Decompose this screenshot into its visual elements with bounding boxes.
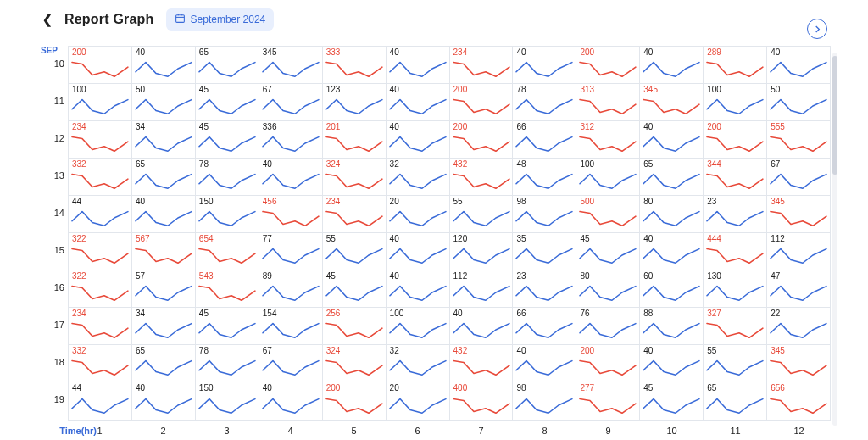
grid-cell[interactable]: 20 — [387, 382, 450, 420]
grid-cell[interactable]: 67 — [259, 84, 323, 120]
grid-cell[interactable]: 65 — [132, 345, 196, 382]
grid-cell[interactable]: 201 — [323, 121, 387, 158]
month-selector[interactable]: September 2024 — [166, 8, 275, 31]
grid-cell[interactable]: 40 — [259, 159, 323, 195]
grid-cell[interactable]: 98 — [513, 196, 576, 232]
grid-cell[interactable]: 40 — [640, 233, 704, 270]
grid-cell[interactable]: 543 — [196, 270, 259, 307]
grid-cell[interactable]: 654 — [196, 233, 259, 270]
grid-cell[interactable]: 324 — [323, 345, 387, 382]
grid-cell[interactable]: 65 — [640, 159, 704, 195]
grid-cell[interactable]: 55 — [704, 345, 767, 382]
grid-cell[interactable]: 78 — [513, 84, 576, 120]
grid-cell[interactable]: 567 — [132, 233, 196, 270]
grid-cell[interactable]: 45 — [196, 308, 259, 344]
grid-cell[interactable]: 45 — [196, 121, 259, 158]
grid-cell[interactable]: 67 — [259, 345, 323, 382]
grid-cell[interactable]: 20 — [387, 196, 450, 232]
grid-cell[interactable]: 154 — [259, 308, 323, 344]
grid-cell[interactable]: 344 — [704, 159, 767, 195]
grid-cell[interactable]: 32 — [387, 345, 450, 382]
grid-cell[interactable]: 60 — [640, 270, 704, 307]
grid-cell[interactable]: 55 — [323, 233, 387, 270]
grid-cell[interactable]: 432 — [450, 159, 514, 195]
grid-cell[interactable]: 44 — [69, 196, 132, 232]
grid-cell[interactable]: 112 — [450, 270, 514, 307]
grid-cell[interactable]: 57 — [132, 270, 196, 307]
grid-cell[interactable]: 66 — [513, 121, 576, 158]
grid-cell[interactable]: 98 — [513, 382, 576, 420]
grid-cell[interactable]: 322 — [69, 233, 132, 270]
grid-cell[interactable]: 444 — [704, 233, 767, 270]
grid-cell[interactable]: 40 — [132, 47, 196, 83]
grid-cell[interactable]: 234 — [450, 47, 514, 83]
grid-cell[interactable]: 40 — [640, 345, 704, 382]
grid-cell[interactable]: 40 — [450, 308, 514, 344]
grid-cell[interactable]: 40 — [513, 47, 576, 83]
grid-cell[interactable]: 40 — [387, 84, 450, 120]
grid-cell[interactable]: 100 — [704, 84, 767, 120]
grid-cell[interactable]: 66 — [513, 308, 576, 344]
grid-cell[interactable]: 45 — [323, 270, 387, 307]
grid-cell[interactable]: 65 — [704, 382, 767, 420]
grid-cell[interactable]: 120 — [450, 233, 514, 270]
grid-cell[interactable]: 67 — [767, 159, 830, 195]
grid-cell[interactable]: 44 — [69, 382, 132, 420]
grid-cell[interactable]: 45 — [576, 233, 640, 270]
grid-cell[interactable]: 45 — [196, 84, 259, 120]
grid-cell[interactable]: 40 — [387, 47, 450, 83]
grid-cell[interactable]: 45 — [640, 382, 704, 420]
grid-cell[interactable]: 123 — [323, 84, 387, 120]
grid-cell[interactable]: 40 — [132, 382, 196, 420]
scrollbar-thumb[interactable] — [832, 56, 837, 175]
grid-cell[interactable]: 34 — [132, 308, 196, 344]
grid-cell[interactable]: 100 — [576, 159, 640, 195]
grid-cell[interactable]: 40 — [259, 382, 323, 420]
grid-cell[interactable]: 312 — [576, 121, 640, 158]
grid-cell[interactable]: 40 — [132, 196, 196, 232]
vertical-scrollbar[interactable] — [832, 53, 837, 426]
grid-cell[interactable]: 40 — [387, 233, 450, 270]
grid-cell[interactable]: 130 — [704, 270, 767, 307]
grid-cell[interactable]: 333 — [323, 47, 387, 83]
grid-cell[interactable]: 656 — [767, 382, 830, 420]
grid-cell[interactable]: 100 — [387, 308, 450, 344]
grid-cell[interactable]: 555 — [767, 121, 830, 158]
grid-cell[interactable]: 65 — [132, 159, 196, 195]
grid-cell[interactable]: 345 — [767, 196, 830, 232]
grid-cell[interactable]: 47 — [767, 270, 830, 307]
grid-cell[interactable]: 432 — [450, 345, 514, 382]
grid-cell[interactable]: 32 — [387, 159, 450, 195]
grid-cell[interactable]: 50 — [767, 84, 830, 120]
grid-cell[interactable]: 23 — [513, 270, 576, 307]
grid-cell[interactable]: 200 — [69, 47, 132, 83]
grid-cell[interactable]: 40 — [387, 121, 450, 158]
grid-cell[interactable]: 80 — [640, 196, 704, 232]
grid-cell[interactable]: 332 — [69, 159, 132, 195]
grid-cell[interactable]: 200 — [704, 121, 767, 158]
grid-cell[interactable]: 456 — [259, 196, 323, 232]
grid-cell[interactable]: 76 — [576, 308, 640, 344]
grid-cell[interactable]: 89 — [259, 270, 323, 307]
grid-cell[interactable]: 345 — [640, 84, 704, 120]
grid-cell[interactable]: 55 — [450, 196, 514, 232]
grid-cell[interactable]: 50 — [132, 84, 196, 120]
grid-cell[interactable]: 65 — [196, 47, 259, 83]
grid-cell[interactable]: 77 — [259, 233, 323, 270]
grid-cell[interactable]: 332 — [69, 345, 132, 382]
grid-cell[interactable]: 256 — [323, 308, 387, 344]
grid-cell[interactable]: 234 — [323, 196, 387, 232]
grid-cell[interactable]: 40 — [640, 121, 704, 158]
grid-cell[interactable]: 78 — [196, 345, 259, 382]
grid-cell[interactable]: 40 — [767, 47, 830, 83]
grid-cell[interactable]: 234 — [69, 121, 132, 158]
grid-cell[interactable]: 40 — [513, 345, 576, 382]
grid-cell[interactable]: 327 — [704, 308, 767, 344]
grid-cell[interactable]: 322 — [69, 270, 132, 307]
grid-cell[interactable]: 34 — [132, 121, 196, 158]
grid-cell[interactable]: 289 — [704, 47, 767, 83]
grid-cell[interactable]: 200 — [576, 47, 640, 83]
grid-cell[interactable]: 324 — [323, 159, 387, 195]
grid-cell[interactable]: 23 — [704, 196, 767, 232]
grid-cell[interactable]: 200 — [450, 121, 514, 158]
